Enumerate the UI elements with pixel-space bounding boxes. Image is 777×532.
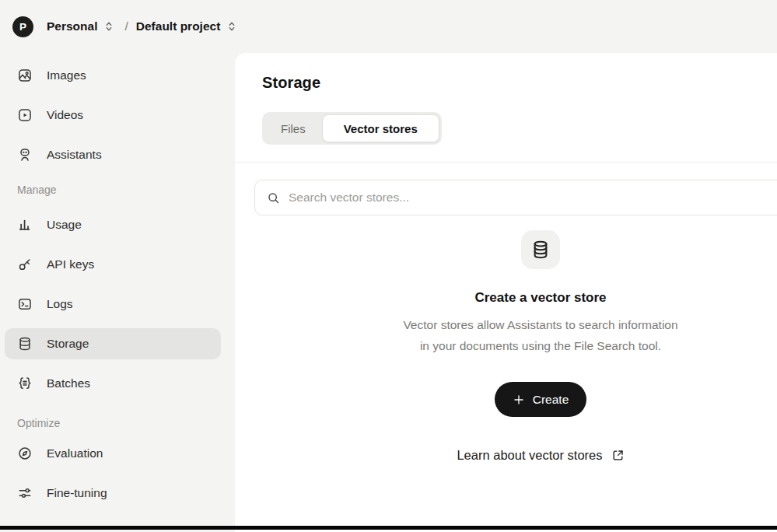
compass-icon: [17, 446, 33, 461]
sidebar-item-label: Images: [47, 68, 86, 82]
org-switcher[interactable]: Personal: [47, 19, 115, 33]
search-bar: [254, 180, 777, 215]
sidebar-item-fine-tuning[interactable]: Fine-tuning: [5, 478, 221, 509]
sidebar-item-storage[interactable]: Storage: [5, 328, 221, 359]
assistants-icon: [17, 147, 33, 163]
sidebar-item-usage[interactable]: Usage: [5, 209, 221, 240]
top-header: P Personal / Default project: [0, 0, 777, 53]
empty-state-description: Vector stores allow Assistants to search…: [254, 314, 777, 356]
sidebar-section-optimize: Optimize: [0, 417, 235, 429]
tab-files[interactable]: Files: [264, 114, 322, 142]
chevron-up-down-icon: [226, 20, 238, 33]
sidebar-item-label: API keys: [47, 257, 94, 271]
app-window: P Personal / Default project Images Vide…: [0, 0, 777, 532]
sliders-icon: [17, 485, 33, 501]
sidebar-item-evaluation[interactable]: Evaluation: [5, 438, 221, 469]
sidebar-item-batches[interactable]: Batches: [5, 368, 221, 399]
breadcrumb-separator: /: [124, 19, 128, 33]
org-name: Personal: [47, 19, 97, 33]
page-title: Storage: [262, 74, 777, 92]
sidebar-item-label: Logs: [47, 297, 73, 311]
search-input[interactable]: [289, 191, 777, 205]
sidebar-item-label: Batches: [47, 376, 90, 390]
description-line: in your documents using the File Search …: [254, 335, 777, 356]
description-line: Vector stores allow Assistants to search…: [254, 314, 777, 335]
learn-link-label: Learn about vector stores: [457, 448, 602, 463]
sidebar-item-label: Assistants: [47, 148, 102, 162]
sidebar-item-label: Usage: [47, 218, 82, 232]
sidebar-item-api-keys[interactable]: API keys: [5, 249, 221, 280]
database-icon: [530, 240, 551, 260]
window-bottom-border: [0, 526, 777, 530]
sidebar-section-manage: Manage: [0, 184, 235, 196]
sidebar-item-logs[interactable]: Logs: [5, 289, 221, 320]
create-button[interactable]: Create: [495, 382, 587, 417]
empty-state-icon-box: [521, 230, 560, 269]
project-name: Default project: [136, 19, 221, 33]
sidebar: Images Videos Assistants Manage Usage AP…: [0, 53, 235, 532]
terminal-icon: [17, 296, 33, 312]
sidebar-item-label: Fine-tuning: [47, 486, 107, 500]
empty-state-heading: Create a vector store: [254, 290, 777, 306]
avatar[interactable]: P: [12, 16, 33, 37]
learn-link[interactable]: Learn about vector stores: [457, 448, 624, 463]
empty-state: Create a vector store Vector stores allo…: [254, 230, 777, 463]
section-divider: [235, 162, 777, 163]
learn-link-row: Learn about vector stores: [254, 448, 777, 463]
external-link-icon: [611, 449, 625, 462]
create-button-row: Create: [254, 382, 777, 417]
database-icon: [17, 336, 33, 352]
sidebar-item-assistants[interactable]: Assistants: [5, 139, 221, 170]
search-icon: [267, 191, 280, 205]
plus-icon: [513, 394, 525, 406]
sidebar-item-label: Evaluation: [47, 446, 103, 460]
batches-icon: [17, 376, 33, 391]
videos-icon: [17, 107, 33, 123]
sidebar-item-label: Storage: [47, 337, 89, 351]
chevron-up-down-icon: [103, 20, 115, 33]
main-content: Storage Files Vector stores Create a vec…: [235, 53, 777, 532]
storage-tabs: Files Vector stores: [262, 112, 442, 145]
images-icon: [17, 68, 33, 83]
create-button-label: Create: [533, 393, 569, 407]
sidebar-item-videos[interactable]: Videos: [5, 100, 221, 131]
project-switcher[interactable]: Default project: [136, 19, 239, 33]
usage-icon: [17, 217, 33, 233]
key-icon: [17, 257, 33, 272]
tab-vector-stores[interactable]: Vector stores: [322, 114, 439, 142]
sidebar-item-label: Videos: [47, 108, 83, 122]
sidebar-item-images[interactable]: Images: [5, 60, 221, 91]
